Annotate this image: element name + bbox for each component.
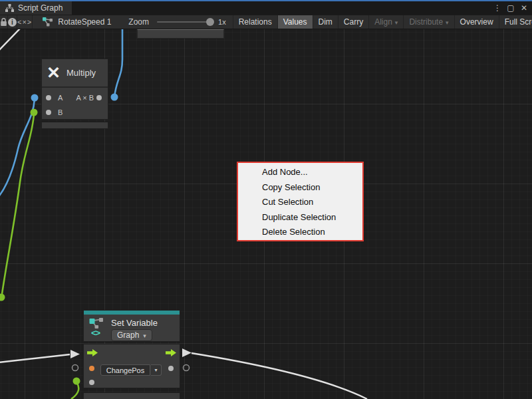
info-icon: i	[8, 18, 17, 27]
align-button[interactable]: Align ▾	[369, 15, 404, 29]
distribute-button[interactable]: Distribute ▾	[404, 15, 454, 29]
graph-name: RotateSpeed 1	[58, 17, 111, 27]
set-variable-icon: <>	[89, 318, 106, 331]
multiply-body: A A × B B	[42, 88, 108, 119]
zoom-value: 1x	[218, 18, 226, 26]
multiply-header[interactable]: ✕ Multiply	[42, 59, 108, 88]
set-variable-accent-bar	[83, 310, 180, 315]
zoom-label: Zoom	[128, 17, 149, 27]
graph-toolbar: i <×> RotateSpeed 1 Zoom 1x Relations Va…	[0, 15, 532, 29]
output-value-port[interactable]	[168, 366, 174, 371]
close-button[interactable]: ✕	[519, 1, 529, 15]
wire-blue-output[interactable]	[114, 29, 122, 97]
menu-item-delete-selection[interactable]: Delete Selection	[238, 225, 362, 240]
wire-green-bottom[interactable]	[71, 382, 78, 399]
window-focus-line	[0, 0, 532, 1]
relations-button[interactable]: Relations	[233, 15, 278, 29]
code-view-button[interactable]: <×>	[17, 15, 33, 29]
carry-button[interactable]: Carry	[338, 15, 369, 29]
fullscreen-button[interactable]: Full Screen	[499, 15, 532, 29]
set-variable-body: ChangePos ▾	[83, 344, 180, 388]
caret-down-icon: ▾	[395, 19, 398, 26]
menu-item-cut-selection[interactable]: Cut Selection	[238, 195, 362, 210]
menu-item-duplicate-selection[interactable]: Duplicate Selection	[238, 210, 362, 225]
dim-button[interactable]: Dim	[313, 15, 338, 29]
variable-kind-dropdown[interactable]: Graph ▾	[111, 329, 152, 341]
wire-green-left[interactable]	[2, 114, 34, 294]
window-menu-button[interactable]: ⋮	[492, 1, 503, 15]
port-b-label: B	[58, 108, 63, 116]
wire-white-flow-out[interactable]	[192, 353, 367, 399]
port-a-input[interactable]	[46, 95, 51, 100]
graph-breadcrumb[interactable]: RotateSpeed 1	[33, 15, 118, 29]
context-menu: Add Node... Copy Selection Cut Selection…	[237, 162, 364, 241]
variable-angle-icon: <>	[91, 328, 100, 338]
lock-button[interactable]	[0, 15, 8, 29]
variable-name-caret-button[interactable]: ▾	[151, 364, 162, 376]
node-set-variable[interactable]: <> Set Variable Graph ▾	[83, 310, 180, 399]
inspect-button[interactable]: i	[8, 15, 17, 29]
caret-down-icon: ▾	[143, 332, 146, 339]
tab-script-graph[interactable]: Script Graph	[0, 1, 72, 15]
set-variable-footer	[83, 392, 180, 399]
flow-input-port[interactable]	[87, 349, 98, 356]
graph-canvas[interactable]: ✕ Multiply A A × B B	[0, 29, 532, 399]
wire-endpoint-green[interactable]	[73, 378, 80, 385]
menu-item-add-node[interactable]: Add Node...	[238, 165, 362, 180]
multiply-icon: ✕	[47, 65, 61, 81]
variable-kind-value: Graph	[117, 331, 139, 340]
wire-blue-left[interactable]	[0, 99, 35, 198]
align-label: Align	[374, 17, 392, 27]
port-out-label: A × B	[70, 94, 94, 102]
graph-node-icon	[43, 17, 53, 27]
toolbar-buttons: Relations Values Dim Carry Align ▾ Distr…	[233, 15, 532, 29]
values-button[interactable]: Values	[278, 15, 313, 29]
wire-endpoint-green[interactable]	[0, 294, 5, 301]
port-a-label: A	[58, 94, 63, 102]
lock-icon	[0, 18, 7, 27]
wire-white-flow-in[interactable]	[0, 354, 70, 362]
zoom-control: Zoom 1x	[118, 15, 233, 29]
set-variable-header[interactable]: <> Set Variable Graph ▾	[83, 315, 180, 342]
variable-value-port[interactable]	[89, 366, 94, 371]
wire-endpoint-green[interactable]	[31, 109, 38, 116]
multiply-title: Multiply	[66, 68, 96, 78]
menu-item-copy-selection[interactable]: Copy Selection	[238, 180, 362, 196]
graph-hierarchy-icon	[5, 4, 14, 12]
caret-down-icon: ▾	[446, 19, 449, 26]
overview-button[interactable]: Overview	[455, 15, 499, 29]
distribute-label: Distribute	[409, 17, 443, 27]
wire-white-topleft[interactable]	[0, 29, 20, 51]
wire-endpoint-blue[interactable]	[111, 94, 118, 101]
variable-name-dropdown[interactable]: ChangePos	[100, 364, 150, 376]
port-out-output[interactable]	[96, 95, 102, 100]
maximize-button[interactable]: ▢	[505, 1, 516, 15]
flow-arrowhead-in[interactable]	[70, 350, 80, 358]
flow-output-port[interactable]	[166, 349, 176, 356]
fallback-input-port[interactable]	[89, 380, 94, 385]
unconnected-port-left[interactable]	[72, 365, 78, 371]
node-multiply[interactable]: ✕ Multiply A A × B B	[41, 59, 108, 129]
multiply-footer	[41, 122, 108, 129]
set-variable-title: Set Variable	[111, 318, 158, 328]
unconnected-port-right[interactable]	[184, 365, 190, 371]
variable-name-value: ChangePos	[106, 366, 145, 374]
window-controls: ⋮ ▢ ✕	[492, 1, 532, 15]
tab-bar: Script Graph ⋮ ▢ ✕	[0, 1, 532, 15]
tab-label: Script Graph	[18, 3, 63, 13]
script-graph-window: Script Graph ⋮ ▢ ✕ i <×>	[0, 0, 532, 399]
zoom-slider-handle[interactable]	[206, 18, 214, 26]
wire-endpoint-blue[interactable]	[31, 94, 39, 102]
zoom-slider[interactable]	[157, 21, 213, 23]
graph-title-field[interactable]	[137, 29, 224, 39]
caret-down-icon: ▾	[154, 367, 157, 373]
flow-arrowhead-out[interactable]	[182, 348, 192, 357]
port-b-input[interactable]	[46, 110, 51, 115]
code-icon: <×>	[17, 18, 32, 26]
